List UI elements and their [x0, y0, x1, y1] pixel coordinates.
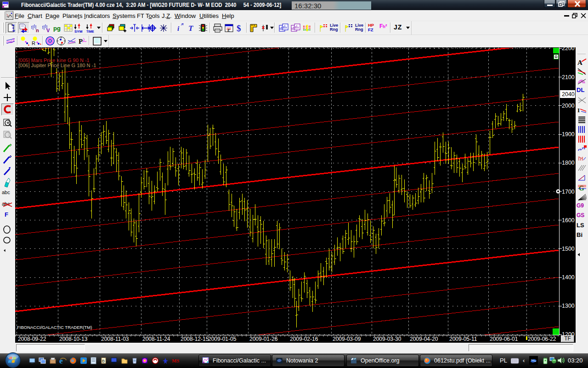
svg-text:2009-06-22: 2009-06-22	[528, 336, 556, 342]
svg-text:1600: 1600	[562, 217, 575, 224]
svg-text:2009-04-20: 2009-04-20	[410, 336, 438, 342]
svg-text:I: I	[577, 107, 580, 114]
svg-text:2000: 2000	[562, 103, 575, 109]
svg-text:1800: 1800	[562, 160, 575, 166]
svg-text:T: T	[188, 24, 193, 33]
svg-text:R: R	[32, 40, 35, 46]
svg-text:FIBONACCI/GALACTIC TRADER(TM): FIBONACCI/GALACTIC TRADER(TM)	[17, 325, 92, 330]
svg-text:1300: 1300	[562, 303, 575, 309]
svg-text:2009-06-01: 2009-06-01	[490, 336, 518, 342]
svg-text:2008-12-15: 2008-12-15	[181, 336, 209, 342]
svg-text:V: V	[46, 28, 50, 33]
svg-text:2009-03-09: 2009-03-09	[333, 336, 361, 342]
svg-text:A: A	[577, 59, 582, 66]
svg-text:1500: 1500	[562, 246, 575, 252]
svg-text:2009-03-30: 2009-03-30	[373, 336, 401, 342]
svg-text:2100: 2100	[562, 74, 575, 80]
svg-text:TIME: TIME	[86, 30, 94, 33]
svg-text:Z: Z	[227, 28, 230, 32]
svg-text:1700: 1700	[562, 189, 575, 195]
svg-text:[006] Jupiter Price Line G 180: [006] Jupiter Price Line G 180 N -1	[18, 63, 96, 68]
svg-text:B: B	[102, 359, 105, 363]
svg-text:2009-01-05: 2009-01-05	[208, 336, 237, 342]
svg-text:W: W	[12, 29, 15, 32]
svg-text:2008-11-24: 2008-11-24	[142, 336, 170, 342]
svg-text:2040: 2040	[562, 91, 575, 98]
svg-text:2008-11-03: 2008-11-03	[101, 336, 129, 342]
svg-text:1900: 1900	[562, 131, 575, 138]
svg-text:pg: pg	[53, 25, 61, 32]
svg-text:SYM: SYM	[74, 29, 83, 34]
svg-text:2200: 2200	[562, 47, 575, 52]
svg-text:$: $	[237, 23, 241, 33]
svg-text:MS: MS	[172, 358, 179, 363]
svg-text:2008-10-13: 2008-10-13	[59, 336, 88, 342]
svg-text:2009-02-16: 2009-02-16	[290, 336, 318, 342]
svg-text:2009-01-26: 2009-01-26	[249, 336, 278, 342]
svg-text:P: P	[79, 38, 83, 45]
svg-text:1400: 1400	[562, 274, 575, 281]
svg-text:2008-09-22: 2008-09-22	[18, 336, 46, 342]
svg-text:2009-05-11: 2009-05-11	[449, 336, 477, 342]
svg-text:n: n	[36, 28, 39, 33]
svg-text:i: i	[177, 25, 180, 32]
